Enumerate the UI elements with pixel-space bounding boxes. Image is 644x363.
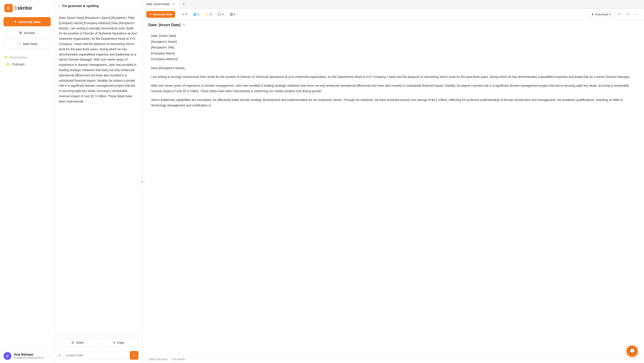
more-icon: ⋯ <box>635 13 638 16</box>
custom-edit-row: ✦ ↑ <box>54 350 142 363</box>
send-button[interactable]: ↑ <box>130 351 138 360</box>
archive-button[interactable]: ⊞ Archive <box>4 28 51 37</box>
middle-panel-text: Date: [Insert Date] [Recipient's Name] [… <box>59 15 138 104</box>
toolbar-generate-button[interactable]: ✦ Generate New <box>146 11 175 18</box>
toolbar: ✦ Generate New ✦ ▾ 🌐 ▾ ✨ ▾ 💬 ▾ 🖼 ▾ ⬇ Dow… <box>142 9 644 20</box>
comment-button[interactable]: 💬 ▾ <box>216 11 226 18</box>
doc-line-company-address: [Company Address] <box>151 56 635 62</box>
generate-new-button[interactable]: ✦ Generate New <box>4 17 51 26</box>
folder-icon: 📁 <box>4 56 8 59</box>
user-initials: V <box>6 354 8 358</box>
doc-para-2: With over seven years of experience in d… <box>151 83 635 94</box>
user-email: writingwithviraj@gmail.cor <box>14 356 48 359</box>
sidebar-actions: ✦ Generate New ⊞ Archive 📄 New Note <box>0 15 54 51</box>
chevron-down-icon-2: ▾ <box>198 13 199 16</box>
avatar: V <box>4 352 12 360</box>
fab-button[interactable]: 💬 <box>626 346 638 357</box>
character-count: 2240 Characters <box>148 358 168 361</box>
middle-panel: ‹ Fix grammar & spelling Date: [Insert D… <box>54 0 142 363</box>
tab-close-button[interactable]: ✕ <box>172 2 176 6</box>
fab-icon: 💬 <box>629 348 635 354</box>
generate-btn-label: Generate New <box>18 20 40 24</box>
logo-area: E Eskritor <box>0 0 54 15</box>
podcasts-label: Podcasts <box>12 62 25 66</box>
copy-button[interactable]: ⎘ Copy <box>100 338 139 347</box>
copy-btn-label: Copy <box>117 341 124 344</box>
doc-para-3: John's leadership capabilities are exemp… <box>151 97 635 108</box>
sidebar-item-podcasts[interactable]: 📁 Podcasts <box>4 61 51 68</box>
sidebar-footer[interactable]: V Viraj Mahajan writingwithviraj@gmail.c… <box>0 349 54 363</box>
archive-btn-label: Archive <box>24 31 35 35</box>
middle-actions: ☰ Insert ⎘ Copy <box>54 335 142 350</box>
tab-bar: Date: [Insert Date] ✕ + <box>142 0 644 9</box>
user-name: Viraj Mahajan <box>14 353 48 356</box>
enhance-button[interactable]: ✦ ▾ <box>180 11 189 18</box>
doc-title: Date: [Insert Date] <box>148 23 180 27</box>
language-button[interactable]: 🌐 ▾ <box>191 11 202 18</box>
sidebar-section-recent: 📁 Recent Notes 📁 Podcasts <box>0 51 54 69</box>
globe-icon: 🌐 <box>193 13 197 16</box>
insert-btn-label: Insert <box>76 341 84 344</box>
generate-icon: ✦ <box>14 20 17 24</box>
toolbar-generate-label: Generate New <box>153 13 172 16</box>
undo-icon: ↩ <box>618 13 620 16</box>
collapse-button[interactable]: « <box>139 178 145 184</box>
insert-icon: ☰ <box>71 341 74 344</box>
insert-button[interactable]: ☰ Insert <box>58 338 97 347</box>
new-note-button[interactable]: 📄 New Note <box>4 39 51 48</box>
collapse-icon: « <box>141 180 143 183</box>
user-info: Viraj Mahajan writingwithviraj@gmail.cor <box>14 353 48 359</box>
back-icon: ‹ <box>59 4 60 8</box>
chevron-down-icon-3: ▾ <box>210 13 212 16</box>
add-tab-button[interactable]: + <box>180 0 188 8</box>
toolbar-divider-1 <box>177 12 178 17</box>
new-note-btn-label: New Note <box>23 42 37 46</box>
doc-line-recipient-name: [Recipient's Name] <box>151 39 635 45</box>
doc-line-recipient-title: [Recipient's Title] <box>151 44 635 50</box>
right-panel: Date: [Insert Date] ✕ + ✦ Generate New ✦… <box>142 0 644 363</box>
logo-letter: E <box>7 6 10 10</box>
middle-panel-header: ‹ Fix grammar & spelling <box>54 0 142 11</box>
logo-text: Eskritor <box>14 5 32 11</box>
comment-icon: 💬 <box>218 13 221 16</box>
enhance-icon: ✦ <box>182 13 184 16</box>
recent-notes-label[interactable]: 📁 Recent Notes <box>4 54 51 60</box>
download-chevron-icon: ▾ <box>609 13 611 16</box>
doc-title-row: Date: [Insert Date] ✎ <box>142 20 644 28</box>
doc-line-dear: Dear [Recipient's Name], <box>151 65 635 71</box>
doc-footer: 2240 Characters 314 Words <box>142 355 644 363</box>
tab-title: Date: [Insert Date] <box>146 2 170 6</box>
new-note-icon: 📄 <box>17 42 21 46</box>
doc-line-company-name: [Company Name] <box>151 50 635 56</box>
redo-icon: ↪ <box>626 13 629 16</box>
more-button[interactable]: ⋯ <box>633 11 640 18</box>
wand-icon: ✦ <box>58 353 61 358</box>
toolbar-generate-icon: ✦ <box>149 13 152 16</box>
logo-icon: E <box>4 4 13 12</box>
sidebar: E Eskritor ✦ Generate New ⊞ Archive 📄 Ne… <box>0 0 54 363</box>
copy-icon: ⎘ <box>114 341 115 344</box>
redo-button[interactable]: ↪ <box>624 11 631 18</box>
edit-doc-title-icon[interactable]: ✎ <box>182 23 186 27</box>
recent-notes-text: Recent Notes <box>10 56 27 59</box>
doc-line-date: Date: [Insert Date] <box>151 33 635 39</box>
undo-button[interactable]: ↩ <box>616 11 622 18</box>
chevron-down-icon: ▾ <box>186 13 187 16</box>
chevron-down-icon-4: ▾ <box>222 13 224 16</box>
back-button[interactable]: ‹ <box>59 4 60 8</box>
middle-panel-title: Fix grammar & spelling <box>62 4 99 8</box>
send-icon: ↑ <box>133 353 135 358</box>
magic-button[interactable]: ✨ ▾ <box>203 11 214 18</box>
word-count: 314 Words <box>172 358 185 361</box>
magic-icon: ✨ <box>206 13 209 16</box>
custom-edit-input[interactable] <box>62 351 128 360</box>
image-button[interactable]: 🖼 ▾ <box>228 11 238 18</box>
download-btn-label: Download <box>595 13 608 16</box>
chevron-right-icon: › <box>50 354 51 358</box>
active-tab[interactable]: Date: [Insert Date] ✕ <box>142 0 180 8</box>
doc-para-1: I am writing to strongly recommend John … <box>151 74 635 80</box>
chevron-down-icon-5: ▾ <box>234 13 236 16</box>
download-icon: ⬇ <box>591 13 594 16</box>
download-button[interactable]: ⬇ Download ▾ <box>588 11 614 18</box>
podcasts-icon: 📁 <box>6 62 10 66</box>
